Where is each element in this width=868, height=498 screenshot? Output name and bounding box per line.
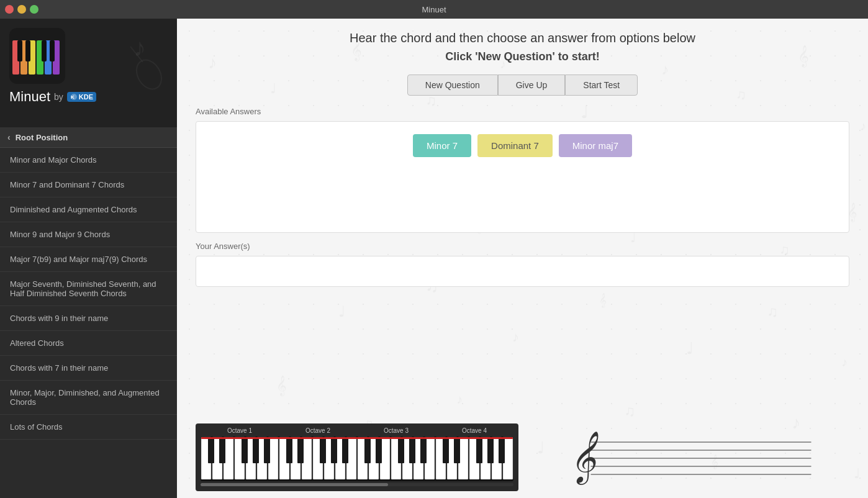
kde-icon: K [70,93,78,101]
piano-scrollbar-thumb [201,483,388,486]
sidebar-item-chords-7[interactable]: Chords with 7 in their name [0,356,177,381]
window-title: Minuet [422,5,446,14]
main-heading: Hear the chord and then choose an answer… [196,31,849,45]
answer-chip-minor7[interactable]: Minor 7 [413,134,471,157]
piano-scrollbar[interactable] [201,483,513,486]
new-question-button[interactable]: New Question [407,75,498,96]
sidebar-item-chords-9[interactable]: Chords with 9 in their name [0,306,177,331]
svg-rect-98 [487,437,494,463]
svg-rect-95 [443,437,449,463]
svg-text:𝄞: 𝄞 [569,432,599,485]
content-inner: Hear the chord and then choose an answer… [177,19,868,498]
sidebar-item-minor9-major9[interactable]: Minor 9 and Major 9 Chords [0,222,177,247]
svg-rect-90 [364,437,371,463]
piano-octave-labels: Octave 1 Octave 2 Octave 3 Octave 4 [201,427,513,434]
svg-point-1 [132,55,166,93]
sidebar-item-minor-major[interactable]: Minor and Major Chords [0,148,177,173]
sidebar-item-minor7-dominant7[interactable]: Minor 7 and Dominant 7 Chords [0,173,177,197]
svg-rect-84 [264,437,270,463]
bottom-area: Octave 1 Octave 2 Octave 3 Octave 4 /* r… [196,423,849,492]
back-arrow-icon: ‹ [7,132,11,142]
staff-container: 𝄞 [531,423,849,492]
sidebar-header: ♪ [0,19,177,127]
svg-rect-87 [320,437,326,463]
sidebar-nav-list: Minor and Major Chords Minor 7 and Domin… [0,148,177,440]
main-layout: ♪ [0,19,868,498]
svg-rect-10 [17,40,22,61]
kde-label: KDE [79,93,93,101]
minimize-button[interactable] [17,5,26,14]
sidebar-item-lots-of-chords[interactable]: Lots of Chords [0,415,177,440]
piano-svg: /* rendered below */ [201,437,513,481]
svg-text:K: K [71,94,75,100]
svg-rect-97 [476,437,482,463]
close-button[interactable] [5,5,14,14]
sidebar: ♪ [0,19,177,498]
answer-chips: Minor 7 Dominant 7 Minor maj7 [413,134,632,157]
your-answers-box [196,256,849,287]
section-title: Root Position [16,133,68,142]
octave-3-label: Octave 3 [384,427,409,434]
content-area: ♪ ♩ 𝄞 ♫ ♪ ♩ ♪ ♫ 𝄞 ♪ ♫ ♩ ♪ 𝄞 ♫ ♩ ♪ ♫ 𝄞 ♪ [177,19,868,498]
svg-rect-85 [286,437,292,463]
start-test-button[interactable]: Start Test [565,75,638,96]
toolbar: New Question Give Up Start Test [196,75,849,96]
available-answers-label: Available Answers [196,107,849,116]
svg-rect-89 [342,437,348,463]
app-logo [9,28,65,84]
sidebar-decoration: ♪ [96,25,171,102]
svg-rect-11 [25,40,30,61]
kde-badge: K KDE [67,92,96,102]
answers-box: Minor 7 Dominant 7 Minor maj7 [196,121,849,233]
svg-rect-99 [499,437,505,463]
octave-4-label: Octave 4 [462,427,487,434]
svg-text:♪: ♪ [133,34,146,61]
maximize-button[interactable] [30,5,38,14]
titlebar: Minuet [0,0,868,19]
octave-2-label: Octave 2 [305,427,330,434]
svg-rect-82 [242,437,248,463]
svg-rect-94 [420,437,427,463]
svg-rect-92 [398,437,404,463]
sidebar-item-major7b9[interactable]: Major 7(b9) and Major maj7(9) Chords [0,247,177,272]
svg-rect-96 [454,437,460,463]
sidebar-item-diminished-augmented[interactable]: Diminished and Augmented Chords [0,197,177,222]
sidebar-item-minor-major-dim-aug[interactable]: Minor, Major, Diminished, and Augmented … [0,381,177,415]
octave-1-label: Octave 1 [227,427,252,434]
svg-rect-100 [201,437,513,439]
svg-rect-12 [42,40,47,61]
sidebar-item-altered[interactable]: Altered Chords [0,331,177,356]
piano-container: Octave 1 Octave 2 Octave 3 Octave 4 /* r… [196,423,518,491]
svg-rect-83 [253,437,259,463]
svg-rect-81 [219,437,225,463]
answer-chip-dominant7[interactable]: Dominant 7 [477,134,553,157]
your-answers-label: Your Answer(s) [196,242,849,251]
svg-rect-88 [331,437,337,463]
sidebar-section-header[interactable]: ‹ Root Position [0,127,177,148]
by-label: by [54,92,63,102]
sub-heading: Click 'New Question' to start! [196,50,849,63]
svg-rect-86 [297,437,304,463]
svg-rect-93 [409,437,415,463]
svg-rect-13 [50,40,55,61]
staff-svg: 𝄞 [537,430,843,486]
titlebar-controls[interactable] [5,5,38,14]
answer-chip-minor-maj7[interactable]: Minor maj7 [559,134,632,157]
svg-rect-80 [208,437,214,463]
svg-rect-91 [376,437,382,463]
sidebar-item-major-seventh[interactable]: Major Seventh, Diminished Seventh, and H… [0,272,177,306]
give-up-button[interactable]: Give Up [498,75,566,96]
app-name: Minuet [9,89,50,105]
